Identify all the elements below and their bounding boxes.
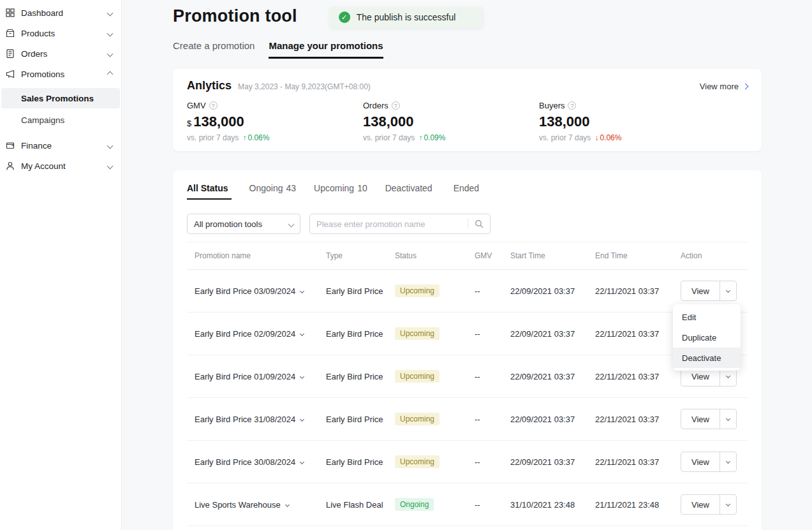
promotion-name: Live Sports Warehouse: [195, 500, 281, 510]
chevron-down-icon: [288, 221, 295, 227]
tab-all-status[interactable]: All Status: [187, 183, 232, 200]
start-time: 22/09/2021 03:37: [505, 372, 589, 381]
tab-upcoming[interactable]: Upcoming10: [314, 183, 367, 200]
tab-deactivated[interactable]: Deactivated: [385, 183, 436, 200]
chevron-down-icon[interactable]: [300, 459, 304, 464]
status-badge: Ongoing: [395, 498, 434, 511]
status-badge: Upcoming: [395, 455, 439, 468]
table-row: Live Sports Warehouse Live Flash Deal On…: [187, 483, 748, 526]
check-circle-icon: [339, 11, 350, 23]
compare-label: vs. prior 7 days: [187, 133, 239, 142]
tab-create-promotion[interactable]: Create a promotion: [173, 40, 255, 59]
promotion-type: Early Bird Price: [320, 415, 389, 424]
promotion-search: [309, 214, 491, 234]
sidebar-item-dashboard[interactable]: Dashboard: [1, 3, 120, 23]
orders-icon: [5, 48, 15, 59]
col-type: Type: [320, 251, 389, 260]
start-time: 22/09/2021 03:37: [505, 329, 589, 339]
chevron-down-icon[interactable]: [720, 452, 736, 471]
view-more-link[interactable]: View more: [700, 82, 748, 91]
metric-orders: Orders 138,000 vs. prior 7 days0.09%: [363, 101, 539, 142]
dashboard-icon: [5, 8, 15, 18]
chevron-down-icon[interactable]: [720, 495, 736, 514]
toast-message: The publish is successful: [357, 12, 456, 22]
info-icon[interactable]: [392, 101, 400, 110]
menu-item-deactivate[interactable]: Deactivate: [673, 348, 741, 368]
chevron-down-icon[interactable]: [300, 416, 304, 421]
currency-symbol: $: [187, 119, 191, 128]
tab-manage-promotions[interactable]: Manage your promotions: [269, 40, 383, 59]
end-time: 22/11/2021 03:37: [589, 457, 670, 467]
promotion-name: Early Bird Price 02/09/2024: [195, 329, 295, 339]
search-icon[interactable]: [468, 219, 490, 228]
view-more-label: View more: [700, 82, 739, 91]
sidebar-item-my-account[interactable]: My Account: [1, 156, 120, 176]
promotion-name: Early Bird Price 30/08/2024: [195, 457, 295, 467]
col-action: Action: [670, 251, 748, 260]
chevron-down-icon[interactable]: [285, 502, 290, 506]
info-icon[interactable]: [568, 101, 576, 110]
sidebar: Dashboard Products Orders Promotions Sa: [0, 0, 122, 530]
menu-item-duplicate[interactable]: Duplicate: [673, 327, 741, 348]
view-button[interactable]: View: [681, 281, 737, 301]
start-time: 31/10/2021 23:48: [505, 500, 589, 510]
table-header: Promotion name Type Status GMV Start Tim…: [187, 242, 748, 270]
analytics-card: Anlytics May 3,2023 - May 9,2023(GMT+08:…: [173, 69, 762, 151]
selected-tool-value: All promotion tools: [194, 219, 262, 229]
products-icon: [5, 28, 15, 38]
gmv-value: --: [469, 415, 505, 424]
end-time: 21/11/2021 23:48: [589, 500, 670, 510]
chevron-down-icon[interactable]: [720, 281, 736, 300]
sidebar-item-promotions[interactable]: Promotions: [1, 64, 120, 84]
view-button[interactable]: View: [681, 494, 737, 515]
chevron-down-icon[interactable]: [300, 374, 304, 378]
gmv-value: --: [469, 372, 505, 381]
end-time: 22/11/2021 03:37: [589, 415, 670, 424]
chevron-down-icon[interactable]: [300, 288, 304, 293]
start-time: 22/09/2021 03:37: [505, 457, 589, 467]
menu-item-edit[interactable]: Edit: [673, 307, 741, 327]
main-content: Promotion tool Create a promotion Manage…: [122, 0, 812, 530]
tab-ended[interactable]: Ended: [454, 183, 482, 200]
promotion-tool-select[interactable]: All promotion tools: [187, 214, 300, 234]
status-badge: Upcoming: [395, 284, 439, 297]
gmv-value: --: [469, 286, 505, 296]
sidebar-item-label: Dashboard: [21, 8, 108, 18]
chevron-down-icon: [108, 52, 115, 56]
view-button[interactable]: View: [681, 452, 737, 472]
view-button[interactable]: View: [681, 409, 737, 429]
tab-ongoing[interactable]: Ongoing43: [249, 183, 297, 200]
chevron-down-icon[interactable]: [300, 331, 304, 335]
account-icon: [5, 161, 15, 171]
metric-buyers: Buyers 138,000 vs. prior 7 days0.06%: [539, 101, 715, 142]
sidebar-item-label: Finance: [21, 141, 108, 151]
search-input[interactable]: [310, 219, 468, 229]
sidebar-item-campaigns[interactable]: Campaigns: [1, 110, 120, 130]
analytics-date-range: May 3,2023 - May 9,2023(GMT+08:00): [238, 82, 371, 91]
sidebar-item-orders[interactable]: Orders: [1, 43, 120, 64]
status-badge: Upcoming: [395, 413, 439, 425]
metric-change: 0.06%: [247, 133, 269, 142]
chevron-down-icon: [108, 144, 115, 148]
chevron-right-icon: [742, 84, 749, 90]
metric-label: Orders: [363, 101, 388, 110]
chevron-up-icon: [108, 72, 115, 77]
metric-change: 0.09%: [424, 133, 445, 142]
end-time: 22/11/2021 03:37: [589, 286, 670, 296]
page-tabs: Create a promotion Manage your promotion…: [173, 40, 762, 59]
table-row: Early Bird Price 02/09/2024 Early Bird P…: [187, 313, 748, 355]
info-icon[interactable]: [209, 101, 218, 110]
sidebar-item-sales-promotions[interactable]: Sales Promotions: [1, 88, 120, 108]
promotions-table: Promotion name Type Status GMV Start Tim…: [187, 242, 748, 526]
metric-gmv: GMV $138,000 vs. prior 7 days0.06%: [187, 101, 363, 142]
col-end-time: End Time: [589, 251, 670, 260]
sidebar-subitem-label: Sales Promotions: [21, 94, 94, 103]
promotions-panel: All Status Ongoing43 Upcoming10 Deactiva…: [173, 170, 762, 530]
chevron-down-icon[interactable]: [720, 409, 736, 429]
gmv-value: --: [469, 500, 505, 510]
promotion-type: Early Bird Price: [320, 286, 389, 296]
chevron-down-icon: [108, 31, 115, 36]
promotion-type: Early Bird Price: [320, 329, 389, 339]
sidebar-item-products[interactable]: Products: [1, 23, 120, 43]
sidebar-item-finance[interactable]: Finance: [1, 135, 120, 156]
